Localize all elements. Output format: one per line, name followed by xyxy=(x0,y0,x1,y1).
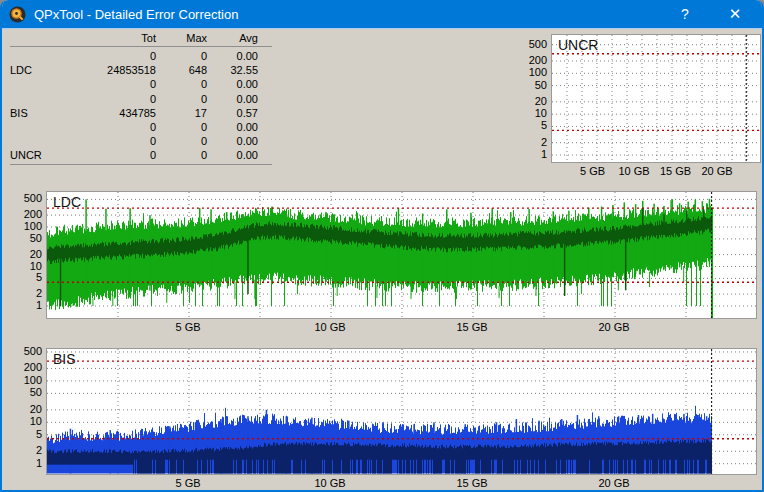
bis-x-tick-5gb: 5 GB xyxy=(166,477,210,490)
stats-row-3: 000.00 xyxy=(10,92,272,106)
row-label xyxy=(10,120,66,134)
ldc-y-tick-1: 1 xyxy=(8,299,42,311)
ldc-y-tick-20: 20 xyxy=(8,248,42,260)
max-value: 0 xyxy=(156,49,207,63)
tot-value: 0 xyxy=(66,49,156,63)
help-button[interactable]: ? xyxy=(668,0,702,28)
bis-y-tick-500: 500 xyxy=(8,345,42,357)
uncr-y-tick-500: 500 xyxy=(513,38,547,50)
ldc-plot xyxy=(46,191,757,319)
stats-row-uncr: UNCR000.00 xyxy=(10,148,272,162)
row-label: UNCR xyxy=(10,148,66,162)
uncr-plot-svg xyxy=(552,35,760,162)
bis-plot-svg xyxy=(47,349,756,474)
bis-y-tick-50: 50 xyxy=(8,386,42,398)
bis-y-tick-5: 5 xyxy=(8,428,42,440)
ldc-y-tick-2: 2 xyxy=(8,287,42,299)
row-label: LDC xyxy=(10,63,66,77)
ldc-y-tick-100: 100 xyxy=(8,220,42,232)
uncr-y-tick-5: 5 xyxy=(513,119,547,131)
tot-value: 434785 xyxy=(66,106,156,120)
avg-value: 0.00 xyxy=(207,148,258,162)
tot-value: 0 xyxy=(66,92,156,106)
tot-value: 0 xyxy=(66,134,156,148)
stats-header: TotMaxAvg xyxy=(10,31,272,47)
bis-x-tick-20gb: 20 GB xyxy=(592,477,636,490)
ldc-x-tick-15gb: 15 GB xyxy=(450,321,494,334)
tot-value: 24853518 xyxy=(66,63,156,77)
bis-y-tick-100: 100 xyxy=(8,374,42,386)
avg-value: 0.00 xyxy=(207,134,258,148)
ldc-x-tick-10gb: 10 GB xyxy=(308,321,352,334)
ldc-y-tick-500: 500 xyxy=(8,192,42,204)
ldc-x-tick-20gb: 20 GB xyxy=(592,321,636,334)
uncr-y-tick-10: 10 xyxy=(513,107,547,119)
ldc-x-tick-5gb: 5 GB xyxy=(166,321,210,334)
ldc-y-tick-50: 50 xyxy=(8,232,42,244)
max-value: 0 xyxy=(156,77,207,91)
stats-col-max: Max xyxy=(156,31,207,46)
tot-value: 0 xyxy=(66,120,156,134)
uncr-x-tick-10gb: 10 GB xyxy=(612,165,656,178)
max-value: 17 xyxy=(156,106,207,120)
bis-y-tick-2: 2 xyxy=(8,444,42,456)
ldc-plot-svg xyxy=(47,192,756,318)
bis-plot xyxy=(46,348,757,475)
bis-chart-title: BIS xyxy=(53,351,76,367)
content: TotMaxAvg000.00LDC2485351864832.55000.00… xyxy=(2,28,762,491)
uncr-x-tick-15gb: 15 GB xyxy=(654,165,698,178)
bis-y-tick-20: 20 xyxy=(8,403,42,415)
error-stats-table: TotMaxAvg000.00LDC2485351864832.55000.00… xyxy=(10,31,272,165)
uncr-x-tick-20gb: 20 GB xyxy=(695,165,739,178)
tot-value: 0 xyxy=(66,148,156,162)
avg-value: 32.55 xyxy=(207,63,258,77)
bis-y-tick-1: 1 xyxy=(8,457,42,469)
uncr-y-tick-1: 1 xyxy=(513,148,547,160)
ldc-y-tick-10: 10 xyxy=(8,260,42,272)
stats-row-6: 000.00 xyxy=(10,134,272,148)
row-label xyxy=(10,92,66,106)
ldc-chart-title: LDC xyxy=(53,194,81,210)
row-label: BIS xyxy=(10,106,66,120)
max-value: 0 xyxy=(156,148,207,162)
row-label xyxy=(10,134,66,148)
stats-row-bis: BIS434785170.57 xyxy=(10,106,272,120)
window-title: QPxTool - Detailed Error Correction xyxy=(34,7,238,22)
avg-value: 0.00 xyxy=(207,77,258,91)
stats-row-0: 000.00 xyxy=(10,49,272,63)
bis-y-tick-10: 10 xyxy=(8,415,42,427)
avg-value: 0.57 xyxy=(207,106,258,120)
max-value: 0 xyxy=(156,120,207,134)
max-value: 648 xyxy=(156,63,207,77)
stats-col-tot: Tot xyxy=(66,31,156,46)
ldc-y-tick-200: 200 xyxy=(8,208,42,220)
uncr-y-tick-100: 100 xyxy=(513,66,547,78)
stats-row-ldc: LDC2485351864832.55 xyxy=(10,63,272,77)
uncr-y-tick-50: 50 xyxy=(513,79,547,91)
bis-x-tick-10gb: 10 GB xyxy=(308,477,352,490)
bis-x-tick-15gb: 15 GB xyxy=(450,477,494,490)
ldc-y-tick-5: 5 xyxy=(8,271,42,283)
close-button[interactable]: ✕ xyxy=(718,0,752,28)
row-label xyxy=(10,77,66,91)
uncr-y-tick-2: 2 xyxy=(513,136,547,148)
row-label xyxy=(10,49,66,63)
uncr-plot xyxy=(551,34,761,163)
bis-y-tick-200: 200 xyxy=(8,361,42,373)
max-value: 0 xyxy=(156,134,207,148)
stats-row-5: 000.00 xyxy=(10,120,272,134)
uncr-y-tick-200: 200 xyxy=(513,54,547,66)
avg-value: 0.00 xyxy=(207,120,258,134)
stats-row-2: 000.00 xyxy=(10,77,272,91)
uncr-x-tick-5gb: 5 GB xyxy=(571,165,615,178)
tot-value: 0 xyxy=(66,77,156,91)
max-value: 0 xyxy=(156,92,207,106)
stats-col-empty xyxy=(10,31,66,46)
qpxtool-window: QPxTool - Detailed Error Correction ? ✕ … xyxy=(0,0,764,492)
avg-value: 0.00 xyxy=(207,49,258,63)
qpxtool-app-icon xyxy=(9,6,26,23)
uncr-y-tick-20: 20 xyxy=(513,95,547,107)
titlebar[interactable]: QPxTool - Detailed Error Correction ? ✕ xyxy=(0,0,764,28)
avg-value: 0.00 xyxy=(207,92,258,106)
uncr-chart-title: UNCR xyxy=(558,37,598,53)
